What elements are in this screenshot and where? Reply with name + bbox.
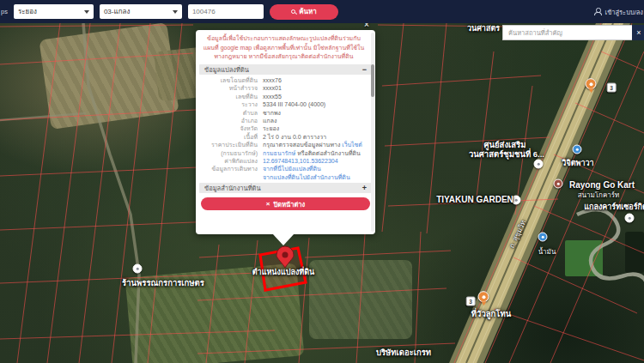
route-shield-marker: 3 (466, 297, 476, 306)
detail-label: อำเภอ (199, 117, 263, 124)
map-search-box: × (502, 25, 644, 40)
topbar-prefix-label: ps (1, 8, 8, 15)
district-select-value: 03-แกลง (104, 6, 130, 17)
detail-value: ระยอง (263, 124, 370, 132)
section-office-info-header[interactable]: ข้อมูลสำนักงานที่ดิน + (199, 183, 372, 193)
province-select-value: ระยอง (18, 6, 37, 17)
login-link[interactable]: เข้าสู่ระบบ/ลง (594, 0, 644, 23)
section-office-info-title: ข้อมูลสำนักงานที่ดิน (204, 183, 261, 193)
map-label: แกลงคาร์ทเซอร์กิต (584, 201, 644, 213)
close-window-label: ปิดหน้าต่าง (274, 199, 306, 209)
login-label: เข้าสู่ระบบ/ลง (605, 7, 643, 17)
detail-link[interactable]: 12.69748413,101.53622304 (263, 158, 338, 164)
poi-marker[interactable] (538, 233, 548, 242)
detail-label: ค่าพิกัดแปลง (199, 157, 263, 165)
detail-label: ราคาประเมินที่ดิน (กรมธนารักษ์) (199, 141, 263, 157)
detail-value: จากที่นี่ไปยังแปลงที่ดินจากแปลงที่ดินไปย… (263, 165, 370, 181)
detail-label: เนื้อที่ (199, 133, 263, 141)
detail-text: 2 ไร่ 0 งาน 0.0 ตารางวา (263, 134, 326, 140)
popup-tail (272, 233, 295, 245)
map-label: สนามโกคาร์ท (578, 190, 620, 201)
detail-value: ชากพง (263, 109, 370, 117)
detail-label: ระวาง (199, 100, 263, 108)
topbar: ps ระยอง 03-แกลง ค้นหา เข้าสู่ระบบ/ลง (0, 0, 644, 23)
district-select[interactable]: 03-แกลง (100, 4, 182, 19)
poi-marker[interactable] (133, 264, 143, 274)
detail-label: ข้อมูลการเดินทาง (199, 165, 263, 181)
detail-text: หรือติดต่อสำนักงานที่ดิน (295, 150, 361, 156)
parcel-detail-row: ค่าพิกัดแปลง12.69748413,101.53622304 (199, 157, 370, 165)
section-parcel-info-header[interactable]: ข้อมูลแปลงที่ดิน − (199, 64, 372, 75)
parcel-detail-row: เลขโฉนดที่ดินxxxx76 (199, 76, 370, 84)
close-window-button[interactable]: × ปิดหน้าต่าง (201, 197, 370, 210)
map-search-input[interactable] (502, 25, 632, 40)
popup-scrollbar[interactable] (371, 33, 374, 232)
detail-text: ชากพง (263, 110, 281, 116)
user-icon (594, 8, 602, 15)
detail-link[interactable]: จากแปลงที่ดินไปยังสำนักงานที่ดิน (263, 174, 350, 180)
poi-pin-marker[interactable] (586, 78, 597, 89)
map-label: TIYAKUN GARDEN (436, 195, 513, 204)
poi-marker[interactable] (573, 145, 582, 154)
map-label: น้ำมัน (538, 246, 556, 257)
detail-text: ระยอง (263, 125, 279, 131)
parcel-detail-row: ตำบลชากพง (199, 109, 370, 117)
parcel-details: เลขโฉนดที่ดินxxxx76หน้าสำรวจxxxx01เลขที่… (199, 76, 370, 181)
map-canvas[interactable]: วนศาสตรศูนย์ส่งเสริมวนศาสตร์ชุมชนที่ 6..… (0, 23, 644, 363)
parcel-detail-row: ราคาประเมินที่ดิน (กรมธนารักษ์)กรุณาตรวจ… (199, 141, 370, 157)
expand-icon: + (362, 184, 367, 192)
chevron-down-icon (84, 10, 89, 14)
poi-marker[interactable] (534, 160, 544, 169)
map-label: Rayong Go Kart (569, 180, 635, 190)
detail-text: กรุณาตรวจสอบข้อมูลผ่านทาง (263, 142, 342, 148)
detail-link[interactable]: จากที่นี่ไปยังแปลงที่ดิน (263, 166, 321, 172)
map-search-close-button[interactable]: × (632, 25, 644, 40)
search-button-label: ค้นหา (299, 6, 317, 17)
detail-label: ตำบล (199, 109, 263, 117)
map-label: วนศาสตร (467, 23, 500, 34)
detail-value: xxxx55 (263, 93, 370, 100)
parcel-detail-row: ข้อมูลการเดินทางจากที่นี่ไปยังแปลงที่ดิน… (199, 165, 370, 181)
poi-pin-marker[interactable] (478, 291, 489, 302)
detail-text: xxxx55 (263, 94, 282, 100)
parcel-info-popup: ข้อมูลนี้เพื่อใช้ประกอบการแสดงลักษณะรูปแ… (196, 30, 375, 234)
parcel-detail-row: เลขที่ดินxxxx55 (199, 93, 370, 100)
map-label: บริษัทเดอะเกรท (376, 346, 431, 359)
map-label: ที่วัวลูกโทน (471, 307, 511, 320)
detail-text: แกลง (263, 118, 276, 124)
disclaimer-text: ข้อมูลนี้เพื่อใช้ประกอบการแสดงลักษณะรูปแ… (203, 34, 365, 62)
detail-label: หน้าสำรวจ (199, 84, 263, 92)
parcel-detail-row: หน้าสำรวจxxxx01 (199, 84, 370, 92)
detail-text: xxxx76 (263, 77, 282, 83)
map-label: ร้านพรรณกรการเกษตร (122, 276, 204, 289)
detail-label: เลขที่ดิน (199, 93, 263, 100)
detail-text: 5334 III 7404-00 (4000) (263, 101, 325, 107)
map-label: ตำแหน่งแปลงที่ดิน (252, 266, 315, 278)
parcel-detail-row: อำเภอแกลง (199, 117, 370, 124)
detail-value: แกลง (263, 117, 370, 124)
parcel-number-input[interactable] (188, 4, 264, 19)
detail-text: xxxx01 (263, 85, 282, 91)
popup-close-icon[interactable]: × (364, 23, 369, 29)
app-root: ps ระยอง 03-แกลง ค้นหา เข้าสู่ระบบ/ลง (0, 0, 644, 363)
parcel-detail-row: ระวาง5334 III 7404-00 (4000) (199, 100, 370, 108)
scrollbar-thumb[interactable] (371, 64, 374, 97)
poi-marker[interactable] (554, 179, 563, 189)
detail-value: 2 ไร่ 0 งาน 0.0 ตารางวา (263, 133, 370, 141)
collapse-icon: − (362, 65, 367, 74)
province-select[interactable]: ระยอง (14, 4, 94, 19)
map-label: วิจิตพาวา (562, 157, 593, 169)
map-label: วนศาสตร์ชุมชนที่ 6... (469, 148, 544, 160)
detail-value: xxxx76 (263, 76, 370, 84)
close-icon: × (636, 28, 641, 37)
detail-value: 5334 III 7404-00 (4000) (263, 100, 370, 108)
poi-marker[interactable] (625, 214, 635, 223)
search-icon (291, 9, 295, 14)
search-button[interactable]: ค้นหา (270, 4, 338, 20)
detail-label: เลขโฉนดที่ดิน (199, 76, 263, 84)
detail-label: จังหวัด (199, 124, 263, 132)
close-icon: × (266, 200, 270, 208)
detail-value: 12.69748413,101.53622304 (263, 157, 370, 165)
route-shield-marker: 3 (607, 83, 617, 93)
section-parcel-info-title: ข้อมูลแปลงที่ดิน (204, 64, 249, 75)
